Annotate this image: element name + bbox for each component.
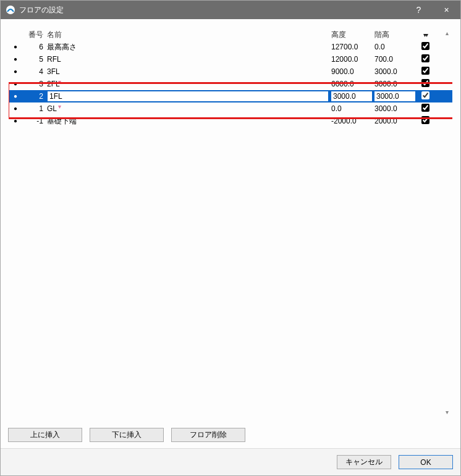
row-visible-checkbox[interactable] bbox=[417, 104, 434, 114]
row-visible-checkbox[interactable] bbox=[417, 79, 434, 89]
row-number[interactable]: 3 bbox=[22, 80, 46, 88]
row-height[interactable]: 3000.0 bbox=[374, 91, 416, 102]
row-number[interactable]: 6 bbox=[22, 43, 46, 51]
row-elevation[interactable]: 6000.0 bbox=[330, 80, 373, 88]
row-bullet-icon: ● bbox=[9, 106, 22, 112]
row-height[interactable]: 700.0 bbox=[373, 55, 417, 64]
table-row[interactable]: ●6最高高さ12700.00.0 bbox=[9, 41, 452, 53]
row-checkbox-input[interactable] bbox=[421, 104, 429, 112]
col-number[interactable]: 番号 bbox=[22, 30, 46, 40]
col-height[interactable]: 階高 bbox=[373, 30, 417, 40]
insert-above-button[interactable]: 上に挿入 bbox=[8, 428, 82, 442]
row-elevation[interactable]: 12000.0 bbox=[330, 55, 373, 64]
help-button[interactable]: ? bbox=[405, 1, 433, 19]
row-checkbox-input[interactable] bbox=[421, 54, 429, 62]
row-bullet-icon: ● bbox=[9, 93, 22, 99]
row-name[interactable]: 3FL bbox=[46, 67, 330, 76]
row-name[interactable]: RFL bbox=[46, 55, 330, 64]
table-row[interactable]: ●43FL9000.03000.0 bbox=[9, 65, 452, 78]
dialog-button-row: キャンセル OK bbox=[1, 448, 460, 475]
row-elevation[interactable]: 3000.0 bbox=[331, 91, 373, 102]
table-row[interactable]: ●1GL▾0.03000.0 bbox=[9, 102, 452, 115]
row-name[interactable]: 基礎下端 bbox=[46, 116, 330, 127]
row-visible-checkbox[interactable] bbox=[417, 67, 434, 77]
dialog-content: 番号 名前 高度 階高 ▾▾ ●6最高高さ12700.00.0●5RFL1200… bbox=[1, 19, 460, 475]
row-checkbox-input[interactable] bbox=[421, 79, 429, 87]
row-bullet-icon: ● bbox=[9, 69, 22, 75]
dialog-title: フロアの設定 bbox=[19, 5, 64, 15]
cancel-button[interactable]: キャンセル bbox=[337, 455, 391, 469]
row-height[interactable]: 0.0 bbox=[373, 43, 417, 51]
row-number[interactable]: 5 bbox=[22, 55, 46, 64]
row-bullet-icon: ● bbox=[9, 118, 22, 124]
delete-floor-button[interactable]: フロア削除 bbox=[171, 428, 245, 442]
scroll-down-icon[interactable]: ▾ bbox=[441, 407, 452, 416]
table-row[interactable]: ●32FL▾6000.03000.0 bbox=[9, 78, 452, 90]
col-sort-icon[interactable]: ▾▾ bbox=[417, 31, 434, 38]
table-row[interactable]: ●-1基礎下端-2000.02000.0 bbox=[9, 115, 452, 127]
ok-button[interactable]: OK bbox=[399, 455, 453, 469]
app-logo-icon bbox=[6, 5, 15, 15]
row-bullet-icon: ● bbox=[9, 56, 22, 62]
table-row[interactable]: ●23000.03000.0 bbox=[9, 90, 452, 102]
row-bullet-icon: ● bbox=[9, 81, 22, 87]
table-header: 番号 名前 高度 階高 ▾▾ bbox=[9, 28, 452, 41]
row-checkbox-input[interactable] bbox=[421, 67, 429, 75]
table-row[interactable]: ●5RFL12000.0700.0 bbox=[9, 53, 452, 65]
row-name[interactable] bbox=[46, 91, 330, 102]
scroll-up-icon[interactable]: ▴ bbox=[441, 28, 452, 37]
insert-below-button[interactable]: 下に挿入 bbox=[90, 428, 164, 442]
edit-caret-icon: ▾ bbox=[58, 80, 61, 85]
edit-caret-icon: ▾ bbox=[58, 104, 61, 110]
floor-table: 番号 名前 高度 階高 ▾▾ ●6最高高さ12700.00.0●5RFL1200… bbox=[8, 28, 453, 422]
floor-table-inner: 番号 名前 高度 階高 ▾▾ ●6最高高さ12700.00.0●5RFL1200… bbox=[9, 28, 452, 127]
row-height[interactable]: 3000.0 bbox=[373, 67, 417, 76]
row-name-input[interactable] bbox=[47, 91, 329, 102]
row-name[interactable]: 2FL▾ bbox=[46, 80, 330, 88]
row-height[interactable]: 2000.0 bbox=[373, 117, 417, 125]
row-name[interactable]: GL▾ bbox=[46, 104, 330, 113]
col-elevation[interactable]: 高度 bbox=[330, 30, 373, 40]
row-elevation[interactable]: -2000.0 bbox=[330, 117, 373, 125]
close-button[interactable]: × bbox=[433, 1, 460, 19]
row-height[interactable]: 3000.0 bbox=[373, 104, 417, 113]
row-visible-checkbox[interactable] bbox=[417, 42, 434, 52]
row-number[interactable]: 2 bbox=[22, 92, 46, 101]
row-name[interactable]: 最高高さ bbox=[46, 42, 330, 52]
row-number[interactable]: 4 bbox=[22, 67, 46, 76]
edit-button-row: 上に挿入 下に挿入 フロア削除 bbox=[8, 427, 453, 443]
row-number[interactable]: 1 bbox=[22, 104, 46, 113]
row-checkbox-input[interactable] bbox=[421, 42, 429, 50]
col-name[interactable]: 名前 bbox=[46, 30, 330, 40]
row-elevation[interactable]: 0.0 bbox=[330, 104, 373, 113]
row-bullet-icon: ● bbox=[9, 44, 22, 50]
row-visible-checkbox[interactable] bbox=[417, 54, 434, 64]
row-visible-checkbox[interactable] bbox=[417, 91, 434, 101]
row-number[interactable]: -1 bbox=[22, 117, 46, 125]
row-checkbox-input[interactable] bbox=[421, 91, 429, 99]
row-elevation[interactable]: 9000.0 bbox=[330, 67, 373, 76]
row-elevation[interactable]: 12700.0 bbox=[330, 43, 373, 51]
row-visible-checkbox[interactable] bbox=[417, 116, 434, 126]
titlebar[interactable]: フロアの設定 ? × bbox=[1, 1, 460, 19]
floor-settings-dialog: フロアの設定 ? × 番号 名前 高度 階高 ▾▾ ●6最高高さ12700.00… bbox=[0, 0, 461, 476]
row-checkbox-input[interactable] bbox=[421, 116, 429, 124]
row-height[interactable]: 3000.0 bbox=[373, 80, 417, 88]
